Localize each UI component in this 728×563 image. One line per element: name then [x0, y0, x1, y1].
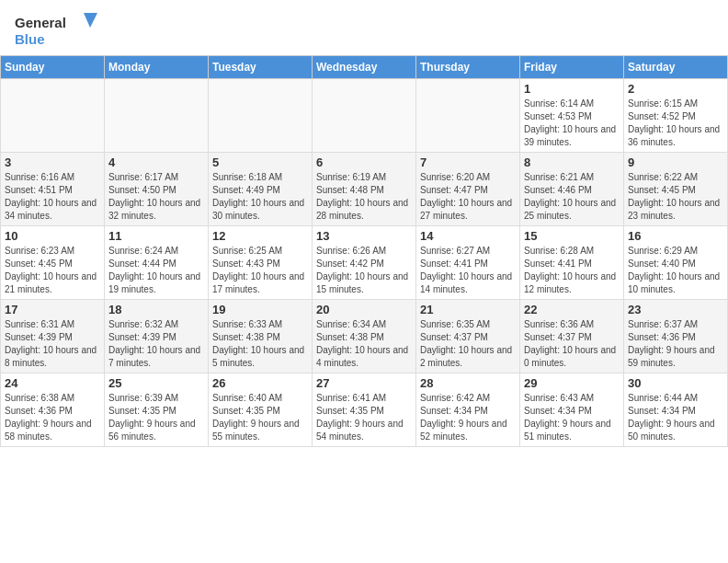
day-info: Sunrise: 6:26 AM Sunset: 4:42 PM Dayligh… [316, 246, 408, 294]
day-info: Sunrise: 6:32 AM Sunset: 4:39 PM Dayligh… [108, 319, 200, 368]
day-number: 15 [524, 229, 620, 243]
day-number: 27 [316, 376, 412, 390]
calendar-cell: 6Sunrise: 6:19 AM Sunset: 4:48 PM Daylig… [313, 153, 416, 226]
day-number: 28 [420, 376, 516, 390]
day-number: 5 [212, 155, 308, 169]
calendar-header-wednesday: Wednesday [313, 56, 416, 79]
day-number: 7 [420, 155, 516, 169]
day-info: Sunrise: 6:35 AM Sunset: 4:37 PM Dayligh… [420, 319, 512, 368]
day-number: 8 [524, 155, 620, 169]
day-info: Sunrise: 6:21 AM Sunset: 4:46 PM Dayligh… [524, 172, 616, 221]
day-info: Sunrise: 6:33 AM Sunset: 4:38 PM Dayligh… [212, 319, 304, 368]
calendar-cell: 27Sunrise: 6:41 AM Sunset: 4:35 PM Dayli… [313, 373, 416, 447]
day-number: 4 [108, 155, 204, 169]
day-info: Sunrise: 6:27 AM Sunset: 4:41 PM Dayligh… [420, 246, 512, 294]
calendar-cell: 9Sunrise: 6:22 AM Sunset: 4:45 PM Daylig… [624, 153, 728, 226]
calendar-cell: 4Sunrise: 6:17 AM Sunset: 4:50 PM Daylig… [105, 153, 209, 226]
day-info: Sunrise: 6:20 AM Sunset: 4:47 PM Dayligh… [420, 172, 512, 221]
day-number: 14 [420, 229, 516, 243]
calendar-table: SundayMondayTuesdayWednesdayThursdayFrid… [0, 55, 728, 447]
day-number: 2 [628, 82, 723, 96]
day-number: 19 [212, 303, 308, 316]
calendar-cell: 25Sunrise: 6:39 AM Sunset: 4:35 PM Dayli… [105, 373, 209, 447]
calendar-cell: 29Sunrise: 6:43 AM Sunset: 4:34 PM Dayli… [520, 373, 624, 447]
calendar-cell [416, 79, 520, 153]
calendar-cell: 17Sunrise: 6:31 AM Sunset: 4:39 PM Dayli… [1, 300, 105, 373]
calendar-cell: 23Sunrise: 6:37 AM Sunset: 4:36 PM Dayli… [624, 300, 728, 373]
calendar-week-row: 24Sunrise: 6:38 AM Sunset: 4:36 PM Dayli… [1, 373, 728, 447]
page-header: General Blue [0, 0, 728, 55]
day-number: 16 [628, 229, 723, 243]
svg-marker-1 [84, 13, 97, 28]
day-info: Sunrise: 6:25 AM Sunset: 4:43 PM Dayligh… [212, 246, 304, 294]
calendar-cell [1, 79, 105, 153]
day-number: 29 [524, 376, 620, 390]
day-info: Sunrise: 6:36 AM Sunset: 4:37 PM Dayligh… [524, 319, 616, 368]
day-info: Sunrise: 6:41 AM Sunset: 4:35 PM Dayligh… [316, 393, 404, 442]
day-info: Sunrise: 6:39 AM Sunset: 4:35 PM Dayligh… [108, 393, 196, 442]
day-number: 10 [5, 229, 100, 243]
calendar-cell: 19Sunrise: 6:33 AM Sunset: 4:38 PM Dayli… [209, 300, 313, 373]
calendar-cell: 1Sunrise: 6:14 AM Sunset: 4:53 PM Daylig… [520, 79, 624, 153]
calendar-header-sunday: Sunday [1, 56, 105, 79]
day-info: Sunrise: 6:37 AM Sunset: 4:36 PM Dayligh… [628, 319, 715, 368]
calendar-cell [313, 79, 416, 153]
calendar-week-row: 10Sunrise: 6:23 AM Sunset: 4:45 PM Dayli… [1, 226, 728, 300]
calendar-cell: 2Sunrise: 6:15 AM Sunset: 4:52 PM Daylig… [624, 79, 728, 153]
day-info: Sunrise: 6:15 AM Sunset: 4:52 PM Dayligh… [628, 98, 720, 147]
calendar-week-row: 17Sunrise: 6:31 AM Sunset: 4:39 PM Dayli… [1, 300, 728, 373]
calendar-cell: 20Sunrise: 6:34 AM Sunset: 4:38 PM Dayli… [313, 300, 416, 373]
day-info: Sunrise: 6:22 AM Sunset: 4:45 PM Dayligh… [628, 172, 720, 221]
day-number: 30 [628, 376, 723, 390]
day-info: Sunrise: 6:18 AM Sunset: 4:49 PM Dayligh… [212, 172, 304, 221]
day-number: 3 [5, 155, 100, 169]
day-info: Sunrise: 6:42 AM Sunset: 4:34 PM Dayligh… [420, 393, 507, 442]
day-number: 11 [108, 229, 204, 243]
day-number: 21 [420, 303, 516, 316]
logo: General Blue [15, 11, 97, 48]
day-info: Sunrise: 6:14 AM Sunset: 4:53 PM Dayligh… [524, 98, 616, 147]
calendar-header-friday: Friday [520, 56, 624, 79]
day-number: 22 [524, 303, 620, 316]
day-number: 25 [108, 376, 204, 390]
day-info: Sunrise: 6:29 AM Sunset: 4:40 PM Dayligh… [628, 246, 720, 294]
day-info: Sunrise: 6:31 AM Sunset: 4:39 PM Dayligh… [5, 319, 97, 368]
calendar-cell: 16Sunrise: 6:29 AM Sunset: 4:40 PM Dayli… [624, 226, 728, 300]
day-info: Sunrise: 6:40 AM Sunset: 4:35 PM Dayligh… [212, 393, 300, 442]
calendar-header-tuesday: Tuesday [209, 56, 313, 79]
day-number: 13 [316, 229, 412, 243]
day-number: 23 [628, 303, 723, 316]
day-info: Sunrise: 6:19 AM Sunset: 4:48 PM Dayligh… [316, 172, 408, 221]
day-number: 26 [212, 376, 308, 390]
day-info: Sunrise: 6:38 AM Sunset: 4:36 PM Dayligh… [5, 393, 92, 442]
calendar-header-row: SundayMondayTuesdayWednesdayThursdayFrid… [1, 56, 728, 79]
svg-text:General: General [15, 15, 66, 30]
calendar-cell: 8Sunrise: 6:21 AM Sunset: 4:46 PM Daylig… [520, 153, 624, 226]
calendar-cell: 10Sunrise: 6:23 AM Sunset: 4:45 PM Dayli… [1, 226, 105, 300]
logo-svg: General Blue [15, 11, 97, 48]
calendar-cell: 14Sunrise: 6:27 AM Sunset: 4:41 PM Dayli… [416, 226, 520, 300]
calendar-cell: 15Sunrise: 6:28 AM Sunset: 4:41 PM Dayli… [520, 226, 624, 300]
calendar-cell: 26Sunrise: 6:40 AM Sunset: 4:35 PM Dayli… [209, 373, 313, 447]
calendar-cell: 11Sunrise: 6:24 AM Sunset: 4:44 PM Dayli… [105, 226, 209, 300]
day-info: Sunrise: 6:28 AM Sunset: 4:41 PM Dayligh… [524, 246, 616, 294]
day-number: 9 [628, 155, 723, 169]
calendar-header-monday: Monday [105, 56, 209, 79]
calendar-header-thursday: Thursday [416, 56, 520, 79]
calendar-cell [209, 79, 313, 153]
calendar-header-saturday: Saturday [624, 56, 728, 79]
calendar-cell: 21Sunrise: 6:35 AM Sunset: 4:37 PM Dayli… [416, 300, 520, 373]
day-number: 24 [5, 376, 100, 390]
calendar-week-row: 1Sunrise: 6:14 AM Sunset: 4:53 PM Daylig… [1, 79, 728, 153]
calendar-cell: 3Sunrise: 6:16 AM Sunset: 4:51 PM Daylig… [1, 153, 105, 226]
calendar-cell: 28Sunrise: 6:42 AM Sunset: 4:34 PM Dayli… [416, 373, 520, 447]
calendar-cell: 30Sunrise: 6:44 AM Sunset: 4:34 PM Dayli… [624, 373, 728, 447]
day-info: Sunrise: 6:23 AM Sunset: 4:45 PM Dayligh… [5, 246, 97, 294]
day-number: 17 [5, 303, 100, 316]
day-number: 20 [316, 303, 412, 316]
calendar-cell: 5Sunrise: 6:18 AM Sunset: 4:49 PM Daylig… [209, 153, 313, 226]
day-info: Sunrise: 6:24 AM Sunset: 4:44 PM Dayligh… [108, 246, 200, 294]
day-info: Sunrise: 6:43 AM Sunset: 4:34 PM Dayligh… [524, 393, 611, 442]
calendar-cell [105, 79, 209, 153]
day-number: 1 [524, 82, 620, 96]
